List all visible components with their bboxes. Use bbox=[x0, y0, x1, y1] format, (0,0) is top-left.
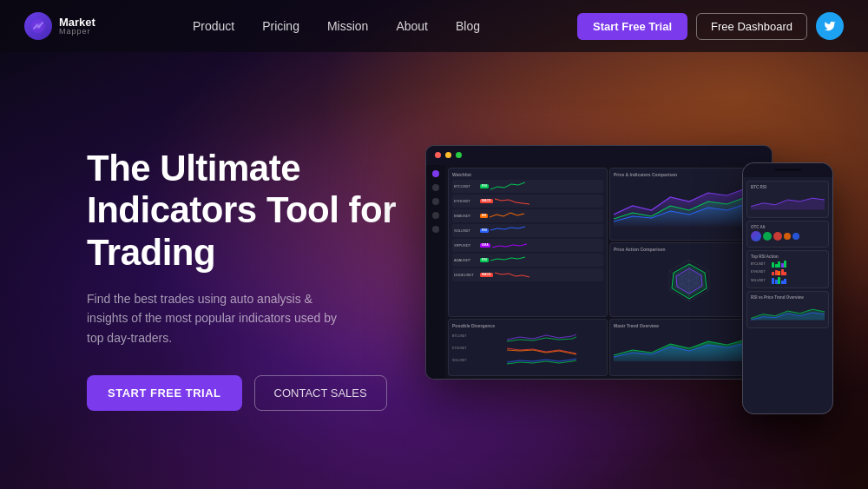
nav-pricing[interactable]: Pricing bbox=[262, 19, 299, 33]
phone-panel-rsi-price: RSI vs Price Trend Overview bbox=[746, 291, 829, 328]
sidebar-icon-5 bbox=[432, 226, 439, 233]
sidebar-icon-1 bbox=[432, 170, 439, 177]
hero-trial-button[interactable]: START FREE TRIAL bbox=[87, 375, 242, 411]
hero-title: The Ultimate Indicators Tool for Trading bbox=[87, 148, 399, 274]
brand-sub: Mapper bbox=[59, 28, 95, 36]
screen-main: Watchlist BTCUSDT RSI bbox=[445, 165, 772, 379]
hero-buttons: START FREE TRIAL CONTACT SALES bbox=[87, 375, 399, 411]
watch-row-doge: DOGEUSDT MACD bbox=[452, 268, 603, 281]
screen-sidebar bbox=[426, 165, 445, 379]
watch-row-ada: ADAUSDT RSI bbox=[452, 254, 603, 267]
nav-mission[interactable]: Mission bbox=[327, 19, 368, 33]
twitter-icon[interactable] bbox=[816, 12, 844, 40]
watchlist-panel: Watchlist BTCUSDT RSI bbox=[448, 168, 608, 317]
dashboard-mockup: Watchlist BTCUSDT RSI bbox=[425, 145, 807, 414]
nav-actions: Start Free Trial Free Dashboard bbox=[577, 12, 844, 40]
watch-row-eth: ETHUSDT MACD bbox=[452, 195, 603, 208]
divergence-panel: Possible Divergence BTCUSDT bbox=[448, 319, 608, 376]
svg-point-1 bbox=[36, 23, 41, 29]
sidebar-icon-3 bbox=[432, 198, 439, 205]
hero-content: The Ultimate Indicators Tool for Trading… bbox=[87, 148, 417, 411]
nav-about[interactable]: About bbox=[396, 19, 428, 33]
sidebar-icon-4 bbox=[432, 212, 439, 219]
laptop-screen: Watchlist BTCUSDT RSI bbox=[425, 145, 773, 380]
watch-row-bnb: BNBUSDT BB bbox=[452, 209, 603, 222]
phone-body: BTC RSI OTC Alt bbox=[743, 177, 832, 332]
nav-product[interactable]: Product bbox=[193, 19, 234, 33]
hero-subtitle: Find the best trades using auto analysis… bbox=[87, 289, 347, 347]
phone-screen: BTC RSI OTC Alt bbox=[742, 162, 833, 414]
hero-contact-button[interactable]: CONTACT SALES bbox=[254, 375, 387, 411]
phone-panel-otc: OTC Alt bbox=[746, 221, 829, 248]
watch-row-xrp: XRPUSDT EMA bbox=[452, 239, 603, 252]
divergence-header: Possible Divergence bbox=[452, 323, 603, 328]
phone-panel-btc-rsi: BTC RSI bbox=[746, 181, 829, 218]
nav-blog[interactable]: Blog bbox=[456, 19, 480, 33]
phone-panel-top-rsi: Top RSI Action BTCUSDT bbox=[746, 250, 829, 288]
watch-row-btc: BTCUSDT RSI bbox=[452, 180, 603, 193]
start-free-trial-button[interactable]: Start Free Trial bbox=[577, 13, 687, 40]
screen-titlebar bbox=[426, 146, 772, 165]
sidebar-icon-2 bbox=[432, 184, 439, 191]
nav-links: Product Pricing Mission About Blog bbox=[193, 18, 480, 34]
hero-section: The Ultimate Indicators Tool for Trading… bbox=[0, 52, 868, 489]
phone-notch bbox=[743, 163, 832, 177]
free-dashboard-button[interactable]: Free Dashboard bbox=[696, 13, 807, 40]
screen-body: Watchlist BTCUSDT RSI bbox=[426, 165, 772, 379]
navbar: Market Mapper Product Pricing Mission Ab… bbox=[0, 0, 868, 52]
hero-visual: Watchlist BTCUSDT RSI bbox=[417, 87, 816, 472]
logo-text: Market Mapper bbox=[59, 17, 95, 36]
minimize-dot bbox=[445, 152, 451, 158]
logo-link[interactable]: Market Mapper bbox=[24, 12, 95, 40]
close-dot bbox=[435, 152, 441, 158]
watch-row-sol: SOLUSDT RSI bbox=[452, 224, 603, 237]
watchlist-header: Watchlist bbox=[452, 172, 603, 177]
logo-icon bbox=[24, 12, 52, 40]
expand-dot bbox=[456, 152, 462, 158]
